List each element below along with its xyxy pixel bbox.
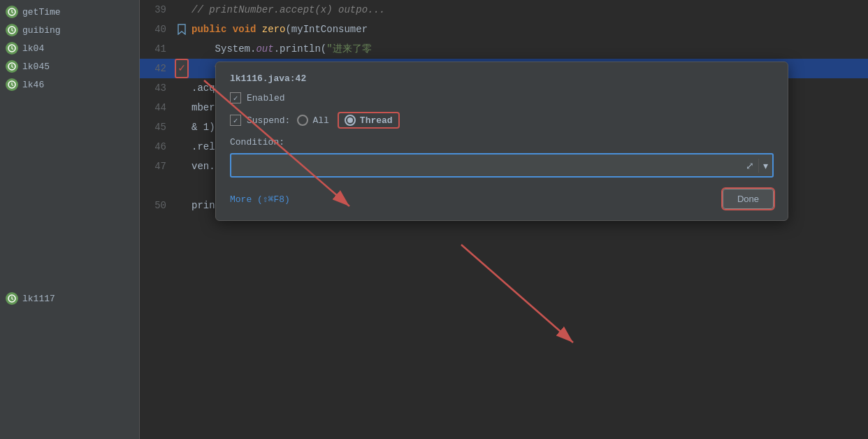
sidebar: getTime guibing lk04 lk045 lk46 lk1117: [0, 0, 140, 439]
line-number: 40: [140, 20, 175, 39]
enabled-checkbox[interactable]: [230, 92, 241, 103]
code-line-40: 40 public void zero(myIntConsumer: [140, 20, 868, 39]
line-gutter: [175, 24, 189, 35]
enabled-row: Enabled: [230, 92, 774, 103]
enabled-label: Enabled: [247, 93, 285, 103]
expand-condition-button[interactable]: ⤢: [742, 157, 758, 174]
line-number: 50: [140, 196, 175, 215]
radio-group: All Thread: [297, 112, 399, 129]
sidebar-item-label: lk04: [22, 43, 44, 54]
lk1117-icon: [6, 292, 18, 305]
sidebar-item-lk46[interactable]: lk46: [0, 75, 139, 94]
sidebar-item-label: lk1117: [22, 294, 55, 304]
gettime-icon: [6, 6, 18, 18]
suspend-row: Suspend: All Thread: [230, 112, 774, 129]
lk045-icon: [6, 60, 18, 73]
lk46-icon: [6, 78, 18, 91]
guibing-icon: [6, 24, 18, 36]
line-number: 47: [140, 157, 175, 176]
line-content: // printNumber.accept(x) outpo...: [189, 0, 868, 20]
line-number: 45: [140, 117, 175, 137]
sidebar-item-label: lk045: [22, 62, 50, 72]
radio-thread[interactable]: Thread: [338, 112, 400, 129]
line-number: 42: [140, 59, 175, 78]
radio-all[interactable]: All: [297, 115, 328, 126]
breakpoint-popup: lk1116.java:42 Enabled Suspend: All Thre…: [215, 62, 788, 221]
radio-thread-circle: [345, 115, 356, 126]
sidebar-item-guibing[interactable]: guibing: [0, 21, 139, 39]
dropdown-condition-button[interactable]: ▾: [759, 157, 772, 174]
line-number: 44: [140, 98, 175, 117]
sidebar-item-label: lk46: [22, 80, 44, 90]
sidebar-item-label: guibing: [22, 25, 61, 36]
code-line-39: 39 // printNumber.accept(x) outpo...: [140, 0, 868, 20]
line-gutter: ✓: [175, 59, 189, 78]
more-link[interactable]: More (⇧⌘F8): [230, 194, 290, 205]
sidebar-item-lk045[interactable]: lk045: [0, 57, 139, 75]
line-content: public void zero(myIntConsumer: [189, 20, 868, 39]
sidebar-item-gettime[interactable]: getTime: [0, 3, 139, 21]
condition-input-row: ⤢ ▾: [230, 153, 774, 178]
condition-input[interactable]: [231, 154, 742, 176]
sidebar-item-lk04[interactable]: lk04: [0, 39, 139, 57]
line-number: 39: [140, 0, 175, 20]
suspend-checkbox[interactable]: [230, 115, 241, 126]
suspend-label: Suspend:: [247, 115, 290, 126]
done-button[interactable]: Done: [723, 189, 774, 209]
code-line-41: 41 System.out.println("进来了零: [140, 39, 868, 59]
line-number: 43: [140, 78, 175, 98]
radio-all-circle: [297, 115, 308, 126]
line-number: 41: [140, 39, 175, 59]
line-number: 46: [140, 137, 175, 157]
radio-all-label: All: [312, 115, 328, 126]
line-content: System.out.println("进来了零: [189, 39, 868, 59]
radio-thread-label: Thread: [360, 115, 393, 126]
lk04-icon: [6, 42, 18, 55]
sidebar-item-lk1117[interactable]: lk1117: [0, 289, 139, 308]
breakpoint-title: lk1116.java:42: [230, 73, 774, 84]
condition-label: Condition:: [230, 137, 774, 147]
arrow-2: [461, 245, 573, 343]
bp-footer: More (⇧⌘F8) Done: [230, 189, 774, 209]
code-area: 39 // printNumber.accept(x) outpo... 40 …: [140, 0, 868, 439]
sidebar-item-label: getTime: [22, 7, 61, 17]
